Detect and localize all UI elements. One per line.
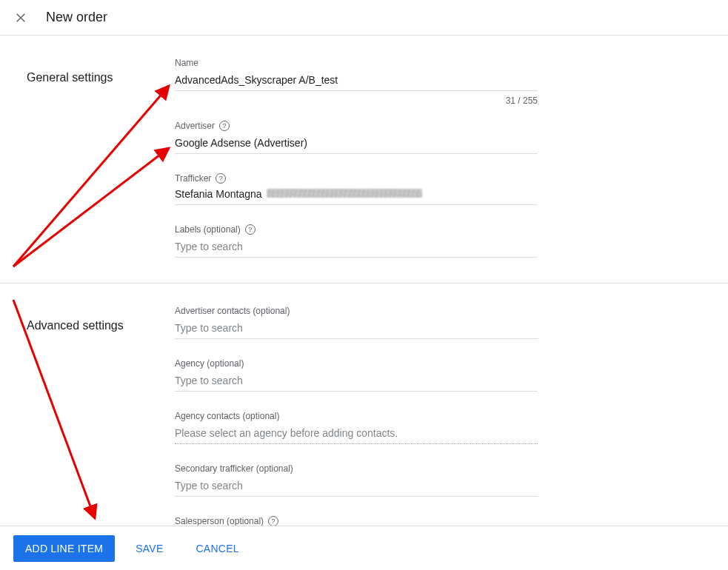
labels-input[interactable] bbox=[175, 239, 538, 258]
trafficker-field-wrapper: Trafficker ? Stefania Montagna bbox=[175, 173, 538, 205]
secondary-trafficker-field-wrapper: Secondary trafficker (optional) bbox=[175, 463, 538, 497]
close-icon[interactable] bbox=[13, 10, 28, 25]
agency-field-wrapper: Agency (optional) bbox=[175, 358, 538, 392]
help-icon[interactable]: ? bbox=[268, 516, 278, 526]
agency-contacts-field-wrapper: Agency contacts (optional) bbox=[175, 411, 538, 444]
help-icon[interactable]: ? bbox=[245, 224, 256, 235]
secondary-trafficker-input[interactable] bbox=[175, 478, 538, 497]
advertiser-contacts-label: Advertiser contacts (optional) bbox=[175, 306, 538, 316]
general-settings-section: General settings Name 31 / 255 Advertise… bbox=[0, 36, 728, 283]
agency-label: Agency (optional) bbox=[175, 358, 538, 369]
name-input[interactable] bbox=[175, 73, 538, 91]
add-line-item-button[interactable]: ADD LINE ITEM bbox=[13, 535, 115, 562]
help-icon[interactable]: ? bbox=[219, 121, 230, 131]
advertiser-contacts-field-wrapper: Advertiser contacts (optional) bbox=[175, 306, 538, 339]
agency-contacts-input bbox=[175, 426, 538, 444]
salesperson-field-wrapper: Salesperson (optional) ? bbox=[175, 516, 538, 526]
header: New order bbox=[0, 0, 728, 36]
name-label: Name bbox=[175, 58, 538, 68]
page-title: New order bbox=[46, 10, 107, 25]
agency-contacts-label: Agency contacts (optional) bbox=[175, 411, 538, 421]
name-char-counter: 31 / 255 bbox=[506, 95, 538, 106]
salesperson-label: Salesperson (optional) bbox=[175, 516, 264, 526]
content: General settings Name 31 / 255 Advertise… bbox=[0, 36, 728, 526]
footer: ADD LINE ITEM SAVE CANCEL bbox=[0, 526, 728, 570]
general-settings-title: General settings bbox=[27, 58, 175, 265]
labels-label: Labels (optional) bbox=[175, 224, 241, 235]
labels-field-wrapper: Labels (optional) ? bbox=[175, 224, 538, 258]
trafficker-input[interactable]: Stefania Montagna bbox=[175, 188, 538, 205]
advertiser-field-wrapper: Advertiser ? bbox=[175, 121, 538, 154]
help-icon[interactable]: ? bbox=[216, 173, 226, 184]
save-button[interactable]: SAVE bbox=[124, 535, 175, 562]
advertiser-input[interactable] bbox=[175, 135, 538, 154]
secondary-trafficker-label: Secondary trafficker (optional) bbox=[175, 463, 538, 474]
advanced-settings-title: Advanced settings bbox=[27, 306, 175, 526]
advertiser-contacts-input[interactable] bbox=[175, 321, 538, 339]
redacted-text bbox=[267, 189, 422, 198]
trafficker-label: Trafficker bbox=[175, 173, 211, 184]
advanced-settings-section: Advanced settings Advertiser contacts (o… bbox=[0, 283, 728, 526]
cancel-button[interactable]: CANCEL bbox=[184, 535, 250, 562]
name-field-wrapper: Name 31 / 255 bbox=[175, 58, 538, 91]
advertiser-label: Advertiser bbox=[175, 121, 215, 131]
agency-input[interactable] bbox=[175, 373, 538, 392]
trafficker-name: Stefania Montagna bbox=[175, 188, 262, 200]
